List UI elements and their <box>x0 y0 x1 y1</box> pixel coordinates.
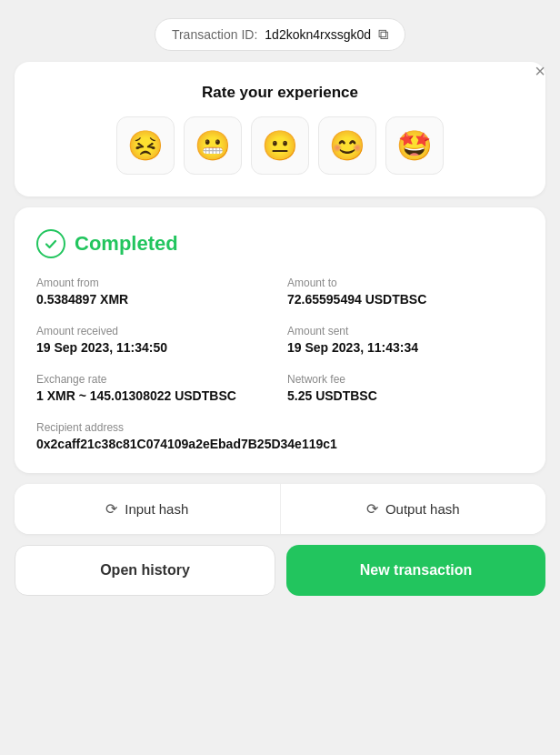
transaction-id-label: Transaction ID: <box>172 27 257 42</box>
emoji-very-dissatisfied[interactable]: 😣 <box>116 116 175 175</box>
emoji-row: 😣 😬 😐 😊 🤩 <box>116 116 444 175</box>
detail-label-amount-sent: Amount sent <box>287 325 524 337</box>
input-hash-label: Input hash <box>125 501 188 517</box>
detail-label-network-fee: Network fee <box>287 373 524 386</box>
emoji-very-satisfied[interactable]: 🤩 <box>385 116 444 175</box>
detail-amount-sent: Amount sent 19 Sep 2023, 11:43:34 <box>287 325 524 355</box>
detail-label-amount-to: Amount to <box>287 277 524 289</box>
new-transaction-button[interactable]: New transaction <box>286 545 545 596</box>
emoji-dissatisfied[interactable]: 😬 <box>184 116 242 175</box>
input-hash-icon: ⟳ <box>105 500 117 518</box>
status-row: Completed <box>36 229 524 258</box>
close-button[interactable]: × <box>535 62 545 80</box>
hash-buttons-card: ⟳ Input hash ⟳ Output hash <box>15 484 545 534</box>
details-grid: Amount from 0.5384897 XMR Amount to 72.6… <box>36 277 524 451</box>
detail-value-amount-from: 0.5384897 XMR <box>36 292 273 307</box>
output-hash-label: Output hash <box>385 501 460 517</box>
detail-network-fee: Network fee 5.25 USDTBSC <box>287 373 524 403</box>
detail-amount-received: Amount received 19 Sep 2023, 11:34:50 <box>36 325 273 355</box>
input-hash-button[interactable]: ⟳ Input hash <box>15 484 281 534</box>
detail-value-amount-received: 19 Sep 2023, 11:34:50 <box>36 340 273 355</box>
detail-value-amount-sent: 19 Sep 2023, 11:43:34 <box>287 340 524 355</box>
check-circle-icon <box>36 229 65 258</box>
detail-amount-to: Amount to 72.65595494 USDTBSC <box>287 277 524 307</box>
transaction-id-value: 1d2kokn4rxssgk0d <box>265 27 371 42</box>
rating-title: Rate your experience <box>202 84 358 102</box>
detail-label-amount-received: Amount received <box>36 325 273 337</box>
rating-card: × Rate your experience 😣 😬 😐 😊 🤩 <box>15 62 545 196</box>
detail-label-amount-from: Amount from <box>36 277 273 289</box>
output-hash-icon: ⟳ <box>366 500 378 518</box>
detail-label-exchange-rate: Exchange rate <box>36 373 273 386</box>
detail-value-amount-to: 72.65595494 USDTBSC <box>287 292 524 307</box>
detail-value-network-fee: 5.25 USDTBSC <box>287 388 524 403</box>
emoji-satisfied[interactable]: 😊 <box>318 116 376 175</box>
open-history-button[interactable]: Open history <box>15 545 275 596</box>
detail-exchange-rate: Exchange rate 1 XMR ~ 145.01308022 USDTB… <box>36 373 273 403</box>
detail-value-recipient-address: 0x2caff21c38c81C074109a2eEbad7B25D34e119… <box>36 437 524 451</box>
output-hash-button[interactable]: ⟳ Output hash <box>281 484 546 534</box>
status-text: Completed <box>75 232 178 256</box>
detail-value-exchange-rate: 1 XMR ~ 145.01308022 USDTBSC <box>36 388 273 403</box>
detail-amount-from: Amount from 0.5384897 XMR <box>36 277 273 307</box>
action-row: Open history New transaction <box>15 545 545 596</box>
transaction-id-bar: Transaction ID: 1d2kokn4rxssgk0d ⧉ <box>155 18 405 51</box>
detail-label-recipient-address: Recipient address <box>36 421 524 434</box>
detail-recipient-address: Recipient address 0x2caff21c38c81C074109… <box>36 421 524 451</box>
copy-icon[interactable]: ⧉ <box>378 26 388 43</box>
emoji-neutral[interactable]: 😐 <box>251 116 309 175</box>
transaction-details-card: Completed Amount from 0.5384897 XMR Amou… <box>15 207 545 473</box>
